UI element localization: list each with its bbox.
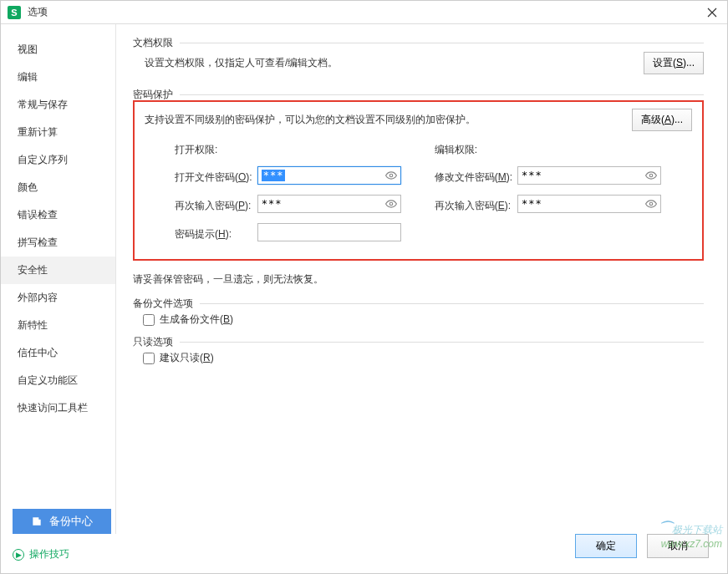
sidebar-item-spell-check[interactable]: 拼写检查 xyxy=(1,229,115,257)
eye-icon[interactable] xyxy=(644,169,658,182)
tips-link[interactable]: ▶ 操作技巧 xyxy=(13,547,69,561)
svg-point-1 xyxy=(389,202,393,206)
sidebar-item-custom-list[interactable]: 自定义序列 xyxy=(1,146,115,174)
svg-point-0 xyxy=(389,174,393,177)
svg-point-2 xyxy=(649,174,653,177)
divider xyxy=(180,94,704,95)
doc-permission-legend: 文档权限 xyxy=(133,36,704,50)
edit-permission-column: 编辑权限: 修改文件密码(M): 再次输入密码(E): xyxy=(435,143,512,244)
suggest-readonly-checkbox[interactable] xyxy=(143,353,155,364)
edit-permission-title: 编辑权限: xyxy=(435,143,512,157)
open-permission-title: 打开权限: xyxy=(175,143,252,157)
watermark-url: www.xz7.com xyxy=(658,538,722,550)
open-password-input[interactable]: *** xyxy=(257,166,401,185)
eye-icon[interactable] xyxy=(644,197,658,211)
close-icon xyxy=(707,8,717,18)
open-permission-column: 打开权限: 打开文件密码(O): 再次输入密码(P): 密码提示(H): xyxy=(175,143,252,244)
sidebar-item-custom-ribbon[interactable]: 自定义功能区 xyxy=(1,367,115,394)
content-panel: 文档权限 设置文档权限，仅指定人可查看/编辑文档。 设置(S)... 密码保护 … xyxy=(116,24,727,534)
edit-password-confirm-label: 再次输入密码(E): xyxy=(435,199,511,213)
sidebar-item-view[interactable]: 视图 xyxy=(1,36,115,63)
password-hint-label: 密码提示(H): xyxy=(175,227,232,241)
open-password-confirm-input[interactable] xyxy=(257,195,401,213)
sidebar: 视图 编辑 常规与保存 重新计算 自定义序列 颜色 错误检查 拼写检查 安全性 … xyxy=(1,24,116,534)
sidebar-item-quick-access[interactable]: 快速访问工具栏 xyxy=(1,394,115,422)
readonly-options-legend-text: 只读选项 xyxy=(133,335,180,349)
sidebar-item-edit[interactable]: 编辑 xyxy=(1,63,115,91)
watermark: ⌒极光下载站 www.xz7.com xyxy=(658,518,722,550)
sidebar-item-external[interactable]: 外部内容 xyxy=(1,284,115,312)
sidebar-item-error-check[interactable]: 错误检查 xyxy=(1,201,115,229)
app-icon: S xyxy=(8,6,21,19)
eye-icon[interactable] xyxy=(384,169,398,182)
readonly-options-legend: 只读选项 xyxy=(133,335,704,349)
edit-password-input[interactable] xyxy=(517,166,661,185)
sidebar-item-security[interactable]: 安全性 xyxy=(1,257,115,284)
sidebar-item-general-save[interactable]: 常规与保存 xyxy=(1,91,115,119)
divider xyxy=(180,43,704,43)
backup-center-label: 备份中心 xyxy=(49,514,93,529)
ok-button[interactable]: 确定 xyxy=(575,534,637,558)
edit-password-label: 修改文件密码(M): xyxy=(435,170,512,185)
sidebar-item-recalc[interactable]: 重新计算 xyxy=(1,119,115,146)
suggest-readonly-label[interactable]: 建议只读(R) xyxy=(160,351,214,365)
close-button[interactable] xyxy=(704,4,720,21)
svg-point-3 xyxy=(649,202,653,206)
doc-permission-desc: 设置文档权限，仅指定人可查看/编辑文档。 xyxy=(145,56,644,70)
window-title: 选项 xyxy=(28,5,704,19)
backup-icon xyxy=(31,516,43,527)
sidebar-item-trust-center[interactable]: 信任中心 xyxy=(1,339,115,367)
sidebar-item-new-features[interactable]: 新特性 xyxy=(1,312,115,339)
advanced-button[interactable]: 高级(A)... xyxy=(632,109,692,131)
open-password-label: 打开文件密码(O): xyxy=(175,170,252,185)
generate-backup-checkbox[interactable] xyxy=(143,314,155,326)
generate-backup-label[interactable]: 生成备份文件(B) xyxy=(160,312,233,327)
play-icon: ▶ xyxy=(13,549,24,561)
open-password-confirm-label: 再次输入密码(P): xyxy=(175,199,251,213)
password-warning: 请妥善保管密码，一旦遗忘，则无法恢复。 xyxy=(133,272,704,287)
password-protection-box: 支持设置不同级别的密码保护，可以为您的文档设置不同级别的加密保护。 高级(A).… xyxy=(133,100,704,261)
backup-center-button[interactable]: 备份中心 xyxy=(13,509,111,534)
doc-permission-legend-text: 文档权限 xyxy=(133,36,180,50)
edit-password-confirm-input[interactable] xyxy=(517,195,661,213)
eye-icon[interactable] xyxy=(384,197,398,211)
divider xyxy=(180,342,704,343)
password-hint-input[interactable] xyxy=(257,223,401,241)
tips-label: 操作技巧 xyxy=(29,547,69,561)
backup-options-legend-text: 备份文件选项 xyxy=(133,297,200,311)
title-bar: S 选项 xyxy=(1,1,727,24)
doc-permission-set-button[interactable]: 设置(S)... xyxy=(644,52,704,74)
backup-options-legend: 备份文件选项 xyxy=(133,297,704,311)
sidebar-item-color[interactable]: 颜色 xyxy=(1,174,115,201)
password-protection-desc: 支持设置不同级别的密码保护，可以为您的文档设置不同级别的加密保护。 xyxy=(145,113,632,127)
divider xyxy=(200,303,704,304)
